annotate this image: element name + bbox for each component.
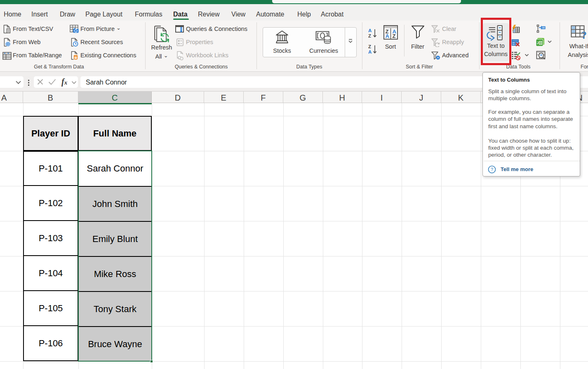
svg-text:?: ? [491, 167, 493, 172]
svg-text:Z: Z [393, 33, 396, 39]
svg-text:A: A [386, 33, 390, 39]
svg-text:A: A [368, 28, 372, 33]
svg-text:A: A [368, 49, 372, 54]
svg-text:Z: Z [368, 44, 371, 49]
svg-text:J: J [537, 41, 539, 45]
svg-text:Z: Z [368, 33, 371, 38]
svg-text:?: ? [581, 29, 587, 40]
